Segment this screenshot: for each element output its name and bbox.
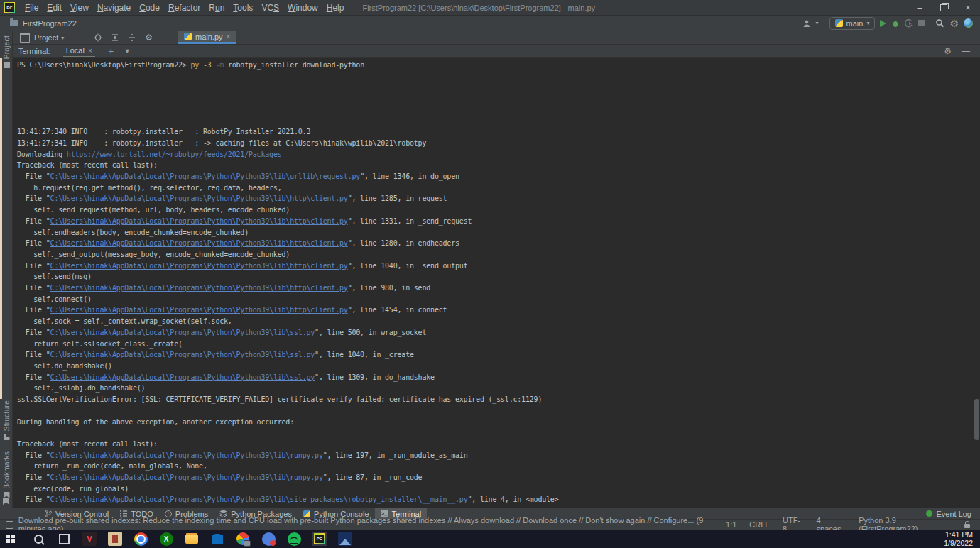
chat-app-icon[interactable] <box>256 530 281 548</box>
tab-close-icon[interactable]: × <box>227 33 231 40</box>
menu-window[interactable]: Window <box>283 3 322 13</box>
menu-code[interactable]: Code <box>135 3 164 13</box>
terminal-line: PS C:\Users\hinak\Desktop\FirstProgram22… <box>17 60 980 71</box>
menu-help[interactable]: Help <box>322 3 349 13</box>
chrome-icon[interactable] <box>128 530 153 548</box>
terminal-line: Traceback (most recent call last): <box>17 160 980 171</box>
terminal-link[interactable]: C:\Users\hinak\AppData\Local\Programs\Py… <box>50 451 323 459</box>
menu-file[interactable]: File <box>21 3 43 13</box>
menu-refactor[interactable]: Refactor <box>164 3 205 13</box>
terminal-text: ssl.SSLCertVerificationError: [SSL: CERT… <box>17 395 542 403</box>
terminal-link[interactable]: C:\Users\hinak\AppData\Local\Programs\Py… <box>50 495 468 503</box>
search-everywhere-icon[interactable] <box>935 18 944 28</box>
terminal-link[interactable]: C:\Users\hinak\AppData\Local\Programs\Py… <box>50 329 315 336</box>
taskbar-search-icon[interactable] <box>26 530 51 548</box>
spotify-icon[interactable] <box>281 530 307 548</box>
restore-icon[interactable] <box>932 0 956 15</box>
terminal-link[interactable]: C:\Users\hinak\AppData\Local\Programs\Py… <box>50 194 348 202</box>
menu-tools[interactable]: Tools <box>229 3 257 13</box>
menu-run[interactable]: Run <box>205 3 229 13</box>
menu-edit[interactable]: Edit <box>43 3 66 13</box>
terminal-line: 13:41:27:341 INFO : robotpy.installer : … <box>17 138 980 149</box>
run-configuration-select[interactable]: main ▾ <box>829 17 876 30</box>
pin-icon[interactable] <box>3 498 9 505</box>
readonly-lock-icon[interactable] <box>964 524 970 528</box>
terminal-text: Traceback (most recent call last): <box>17 161 158 169</box>
new-terminal-session-icon[interactable]: ＋ <box>107 45 116 57</box>
project-view-label[interactable]: Project <box>34 33 58 42</box>
debug-button[interactable] <box>891 19 900 28</box>
hide-terminal-panel-icon[interactable]: — <box>962 46 970 56</box>
terminal-text: py <box>190 61 199 69</box>
terminal-line: self.send(msg) <box>17 271 980 283</box>
menu-view[interactable]: View <box>66 3 93 13</box>
editor-tab-mainpy[interactable]: main.py × <box>178 31 236 44</box>
project-header-row: Project ▾ ⚙ — main.py × <box>13 31 980 45</box>
terminal-text: ", line 500, in wrap_socket <box>315 329 426 336</box>
valorant-icon[interactable] <box>82 532 97 546</box>
caret-position[interactable]: 1:1 <box>726 520 736 529</box>
terminal-link[interactable]: C:\Users\hinak\AppData\Local\Programs\Py… <box>50 172 361 180</box>
terminal-scrollbar[interactable] <box>974 399 979 440</box>
navigation-bar: FirstProgram22 ▾ main ▾ <box>0 16 980 31</box>
chrome-lock-icon[interactable] <box>230 530 256 548</box>
file-explorer-icon[interactable] <box>179 530 205 548</box>
terminal-text: File " <box>17 451 50 459</box>
line-separator[interactable]: CRLF <box>749 520 770 529</box>
project-settings-gear-icon[interactable]: ⚙ <box>145 33 153 42</box>
user-account-icon[interactable] <box>802 19 811 28</box>
photos-icon[interactable] <box>338 532 352 546</box>
terminal-link[interactable]: C:\Users\hinak\AppData\Local\Programs\Py… <box>50 217 348 225</box>
code-with-me-icon[interactable] <box>964 18 973 28</box>
project-view-caret-icon[interactable]: ▾ <box>61 35 64 41</box>
stop-icon[interactable] <box>918 20 925 26</box>
start-icon[interactable] <box>0 530 26 548</box>
run-button[interactable] <box>880 20 886 27</box>
locate-file-icon[interactable] <box>94 33 102 42</box>
taskbar-clock[interactable]: 1:41 PM 1/9/2022 <box>944 530 980 547</box>
terminal-line: During handling of the above exception, … <box>17 417 980 428</box>
terminal-dropdown-icon[interactable]: ▼ <box>124 48 131 55</box>
microsoft-store-icon[interactable] <box>205 530 230 548</box>
game-app-icon[interactable] <box>108 532 122 546</box>
breadcrumb[interactable]: FirstProgram22 <box>23 19 77 28</box>
pycharm-icon[interactable] <box>312 532 327 546</box>
terminal-link[interactable]: https://www.tortall.net/~robotpy/feeds/2… <box>67 150 282 158</box>
terminal-text: self.endheaders(body, encode_chunked=enc… <box>17 229 249 236</box>
terminal-text: File " <box>17 262 50 270</box>
stripe-button-bookmarks[interactable]: Bookmarks <box>0 451 13 498</box>
menu-vcs[interactable]: VCS <box>257 3 283 13</box>
terminal-line: self._sslobj.do_handshake() <box>17 383 980 394</box>
terminal-output[interactable]: PS C:\Users\hinak\Desktop\FirstProgram22… <box>13 58 980 508</box>
user-dropdown-caret-icon[interactable]: ▾ <box>816 20 819 26</box>
terminal-link[interactable]: C:\Users\hinak\AppData\Local\Programs\Py… <box>50 306 348 314</box>
terminal-link[interactable]: C:\Users\hinak\AppData\Local\Programs\Py… <box>50 473 323 481</box>
terminal-line: self.endheaders(body, encode_chunked=enc… <box>17 227 980 239</box>
terminal-text: ", line 1040, in _create <box>315 351 414 358</box>
terminal-tab-local[interactable]: Local × <box>63 45 95 57</box>
expand-all-icon[interactable] <box>111 33 119 42</box>
terminal-line <box>17 427 980 439</box>
terminal-tab-close-icon[interactable]: × <box>88 47 92 55</box>
collapse-all-icon[interactable] <box>128 33 136 42</box>
minimize-icon[interactable]: – <box>908 0 932 15</box>
terminal-text: File " <box>17 217 50 225</box>
terminal-link[interactable]: C:\Users\hinak\AppData\Local\Programs\Py… <box>50 262 348 270</box>
clock-date: 1/9/2022 <box>944 539 973 547</box>
close-icon[interactable]: × <box>956 0 980 15</box>
terminal-text: 13:41:27:341 INFO : robotpy.installer : … <box>17 139 426 147</box>
menu-navigate[interactable]: Navigate <box>93 3 135 13</box>
hide-project-panel-icon[interactable]: — <box>161 33 170 43</box>
terminal-link[interactable]: C:\Users\hinak\AppData\Local\Programs\Py… <box>50 284 348 292</box>
terminal-text: ", line 1454, in connect <box>348 306 447 314</box>
terminal-link[interactable]: C:\Users\hinak\AppData\Local\Programs\Py… <box>50 239 348 247</box>
terminal-settings-gear-icon[interactable]: ⚙ <box>944 47 952 55</box>
stripe-button-structure[interactable]: Structure <box>0 400 13 440</box>
settings-gear-icon[interactable]: ⚙ <box>949 18 959 28</box>
task-view-icon[interactable] <box>51 530 77 548</box>
xbox-icon[interactable] <box>153 530 179 548</box>
terminal-link[interactable]: C:\Users\hinak\AppData\Local\Programs\Py… <box>50 373 315 381</box>
terminal-link[interactable]: C:\Users\hinak\AppData\Local\Programs\Py… <box>50 351 315 358</box>
run-with-coverage-icon[interactable] <box>905 19 913 28</box>
tool-window-icon <box>20 33 30 43</box>
